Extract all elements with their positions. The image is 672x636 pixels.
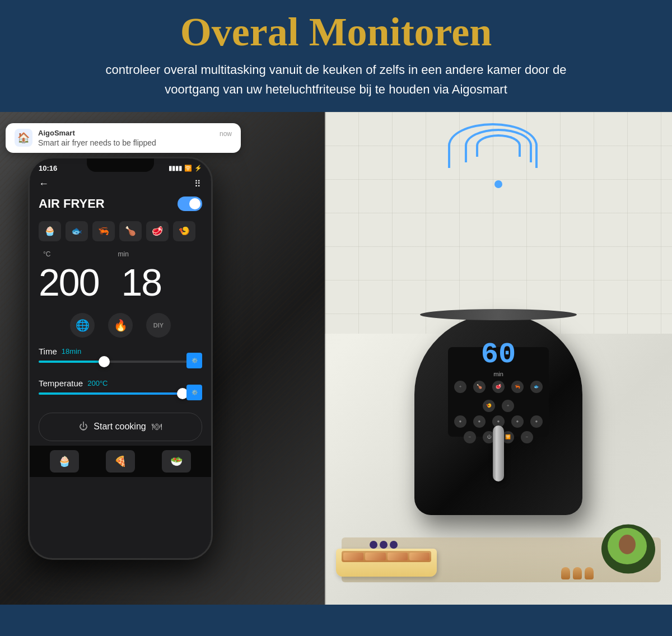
food-category-row: 🧁 🐟 🦐 🍗 🥩 🍤 — [30, 218, 211, 245]
big-numbers-display: 200 18 — [39, 258, 202, 306]
header-section: Overal Monitoren controleer overal multi… — [0, 0, 672, 112]
device-label: AIR FRYER — [39, 197, 105, 211]
nuts-area — [561, 567, 594, 579]
signal-icon: ▮▮▮▮ — [169, 165, 182, 172]
fryer-top-rim — [420, 309, 577, 320]
food-icon-chicken[interactable]: 🍗 — [119, 221, 142, 241]
phone-notch — [87, 158, 154, 172]
fryer-btn-minus-left[interactable]: − — [464, 431, 476, 443]
aigosmart-icon: 🏠 — [15, 129, 32, 147]
time-slider-track[interactable]: ⚙️ — [39, 361, 202, 363]
temp-slider-section: Temperatue 200°C ⚙️ — [30, 374, 211, 406]
fryer-btn-preset1[interactable]: 🍗 — [473, 381, 486, 393]
preset-globe[interactable]: 🌐 — [70, 313, 95, 338]
fryer-body: 60 min + 🍗 🥩 🦐 🐟 🍤 + ● — [414, 314, 582, 515]
food-icon-fry[interactable]: 🍤 — [173, 221, 195, 241]
fryer-btn-plus-left[interactable]: + — [454, 381, 466, 393]
blueberries — [370, 541, 398, 549]
status-icons: ▮▮▮▮ 🛜 ⚡ — [169, 165, 202, 172]
content-area: 🏠 AigoSmart Smart air fryer needs to be … — [0, 112, 672, 605]
food-tray — [336, 549, 437, 577]
fryer-btn-b1[interactable]: ● — [454, 415, 466, 428]
food-piece-2 — [365, 553, 385, 560]
fryer-handle — [493, 425, 504, 481]
temp-time-section: °C min 200 18 — [30, 245, 211, 308]
preset-diy[interactable]: DIY — [146, 313, 171, 338]
bottom-nav: 🧁 🍕 🥗 — [30, 446, 211, 477]
food-icon-cake[interactable]: 🧁 — [39, 221, 61, 241]
bottom-nav-1[interactable]: 🧁 — [50, 450, 79, 473]
fryer-btn-plus-right[interactable]: + — [502, 400, 514, 412]
fryer-btn-b5[interactable]: ● — [530, 415, 543, 428]
diagonal-divider — [325, 112, 326, 605]
start-cooking-button[interactable]: ⏻ Start cooking 🍽 — [39, 413, 202, 441]
food-piece-3 — [388, 553, 408, 560]
fryer-btn-preset2[interactable]: 🥩 — [492, 381, 505, 393]
food-icon-shrimp[interactable]: 🦐 — [92, 221, 115, 241]
preset-icons-row: 🌐 🔥 DIY — [30, 308, 211, 342]
subtitle: controleer overal multitasking vanuit de… — [84, 60, 588, 99]
fryer-btn-b4[interactable]: ● — [511, 415, 524, 428]
fryer-display: 60 min + 🍗 🥩 🦐 🐟 🍤 + ● — [448, 347, 549, 437]
fryer-btn-minus-right[interactable]: − — [521, 431, 533, 443]
right-side: 60 min + 🍗 🥩 🦐 🐟 🍤 + ● — [325, 112, 672, 605]
options-button[interactable]: ⠿ — [194, 179, 202, 189]
wifi-signal — [448, 134, 549, 202]
notif-time: now — [220, 130, 232, 138]
fryer-btn-preset5[interactable]: 🍤 — [483, 400, 495, 412]
temp-label: Temperatue — [39, 378, 83, 388]
notification-banner: 🏠 AigoSmart Smart air fryer needs to be … — [6, 123, 241, 153]
fryer-display-number: 60 — [481, 340, 516, 370]
time-label: Time — [39, 347, 57, 356]
temp-unit-label: °C — [43, 250, 50, 258]
blueberry-1 — [370, 541, 377, 549]
blueberry-2 — [380, 541, 388, 549]
nut-3 — [585, 567, 594, 579]
avocado-seed — [619, 535, 636, 554]
food-icon-meat[interactable]: 🥩 — [146, 221, 169, 241]
time-slider-section: Time 18min ⚙️ — [30, 342, 211, 374]
status-time: 10:16 — [39, 164, 57, 172]
food-icon-fish[interactable]: 🐟 — [66, 221, 88, 241]
time-slider-icon[interactable]: ⚙️ — [186, 353, 202, 368]
wifi-dot — [494, 180, 502, 188]
timer-unit-label: min — [118, 250, 128, 258]
air-fryer-product: 60 min + 🍗 🥩 🦐 🐟 🍤 + ● — [398, 314, 599, 571]
nut-1 — [561, 567, 570, 579]
fryer-btn-preset3[interactable]: 🦐 — [511, 381, 524, 393]
time-value-badge: 18min — [62, 347, 81, 356]
notif-app-name: AigoSmart — [38, 129, 232, 137]
timer-display: 18 — [121, 260, 161, 304]
blueberry-3 — [390, 541, 398, 549]
unit-labels: °C min — [39, 250, 202, 258]
food-in-tray — [342, 551, 431, 562]
avocado — [599, 523, 655, 574]
nut-2 — [573, 567, 582, 579]
temp-value-badge: 200°C — [87, 379, 108, 387]
fryer-btn-b2[interactable]: ● — [473, 415, 486, 428]
notif-content: AigoSmart Smart air fryer needs to be fl… — [38, 129, 232, 147]
time-slider-fill — [39, 361, 104, 363]
power-icon: ⏻ — [79, 422, 88, 432]
toggle-knob — [189, 198, 200, 209]
bottom-nav-3[interactable]: 🥗 — [162, 450, 191, 473]
temperature-display: 200 — [39, 260, 99, 304]
start-cooking-label: Start cooking — [94, 422, 146, 432]
battery-icon: ⚡ — [194, 165, 202, 172]
temp-slider-track[interactable]: ⚙️ — [39, 392, 202, 395]
fryer-controls-row1: + 🍗 🥩 🦐 🐟 🍤 + — [448, 381, 549, 412]
fryer-btn-preset4[interactable]: 🐟 — [530, 381, 543, 393]
phone-screen: 10:16 ▮▮▮▮ 🛜 ⚡ ← ⠿ AIR FRYE — [30, 158, 211, 558]
app-header: ← ⠿ — [30, 175, 211, 194]
time-label-row: Time 18min — [39, 347, 202, 356]
device-title-row: AIR FRYER — [30, 194, 211, 218]
bottom-nav-2[interactable]: 🍕 — [106, 450, 135, 473]
time-slider-thumb[interactable] — [99, 356, 110, 367]
notif-message: Smart air fryer needs to be flipped — [38, 138, 232, 147]
power-toggle[interactable] — [178, 197, 202, 211]
food-piece-1 — [343, 553, 363, 560]
temp-slider-icon[interactable]: ⚙️ — [186, 385, 202, 400]
preset-flame[interactable]: 🔥 — [108, 313, 133, 338]
food-piece-4 — [409, 553, 430, 560]
back-button[interactable]: ← — [39, 178, 49, 190]
